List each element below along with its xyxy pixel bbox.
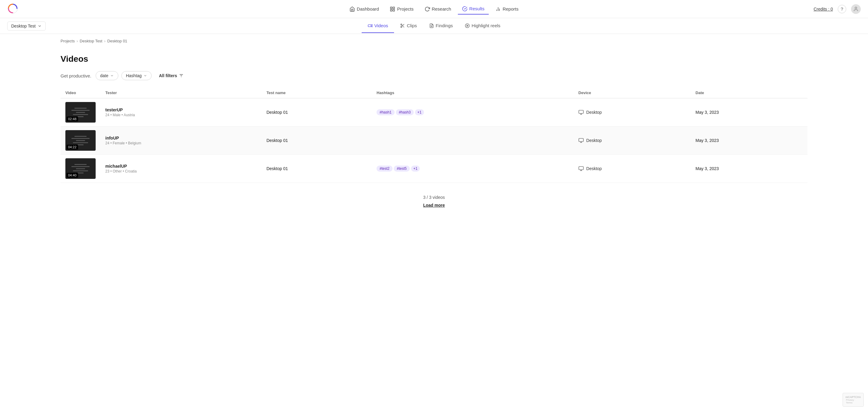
videos-count: 3 / 3 videos	[423, 195, 445, 200]
load-more-button[interactable]: Load more	[423, 203, 445, 208]
video-thumbnail-cell: 04:22	[61, 127, 100, 155]
tab-videos[interactable]: Videos	[362, 19, 394, 33]
hashtag-extra-badge: +1	[415, 109, 424, 115]
refresh-icon	[424, 6, 430, 12]
test-name-cell: Desktop 01	[261, 155, 372, 183]
monitor-icon	[578, 166, 584, 171]
svg-marker-10	[371, 25, 372, 27]
svg-rect-26	[579, 138, 584, 141]
breadcrumb-sep-2: ›	[104, 39, 105, 43]
hashtags-cell	[372, 127, 574, 155]
svg-point-11	[401, 24, 402, 25]
page-title: Videos	[61, 54, 807, 64]
nav-item-research[interactable]: Research	[420, 4, 455, 14]
svg-point-0	[8, 4, 18, 13]
hashtag-chevron-icon	[144, 74, 147, 77]
tester-meta: 23 • Other • Croatia	[105, 169, 257, 173]
hashtag-badge: #test5	[394, 165, 410, 171]
col-tester: Tester	[100, 88, 261, 98]
nav-item-projects[interactable]: Projects	[385, 4, 417, 14]
document-icon	[429, 23, 434, 28]
table-row[interactable]: 02:48testerUP24 • Male • AustriaDesktop …	[61, 98, 807, 127]
date-chevron-icon	[110, 74, 114, 77]
svg-marker-19	[467, 25, 468, 26]
table-row[interactable]: 04:22infoUP24 • Female • BelgiumDesktop …	[61, 127, 807, 155]
videos-table: Video Tester Test name Hashtags Device D…	[61, 88, 807, 183]
chevron-down-icon	[37, 24, 42, 28]
table-row[interactable]: 04:40michaelUP23 • Other • CroatiaDeskto…	[61, 155, 807, 183]
col-date: Date	[691, 88, 807, 98]
nav-item-dashboard[interactable]: Dashboard	[345, 4, 383, 14]
svg-point-12	[401, 26, 402, 28]
thumbnail-wrap: 04:22	[65, 130, 96, 151]
svg-rect-9	[368, 25, 371, 27]
test-name-cell: Desktop 01	[261, 127, 372, 155]
breadcrumb-sep-1: ›	[76, 39, 78, 43]
tab-highlight-reels[interactable]: Highlight reels	[459, 19, 506, 33]
tester-name: infoUP	[105, 135, 257, 140]
device-cell: Desktop	[574, 127, 691, 155]
home-icon	[349, 6, 355, 12]
breadcrumb-desktop-test[interactable]: Desktop Test	[80, 39, 102, 43]
date-filter-button[interactable]: date	[96, 71, 118, 80]
secondary-navigation: Desktop Test Videos Clips Findings Highl…	[0, 18, 868, 34]
svg-rect-23	[579, 110, 584, 114]
credits-button[interactable]: Credits : 0	[813, 7, 833, 11]
device-cell: Desktop	[574, 155, 691, 183]
bar-chart-icon	[495, 6, 501, 12]
breadcrumb: Projects › Desktop Test › Desktop 01	[0, 34, 868, 48]
col-video: Video	[61, 88, 100, 98]
all-filters-button[interactable]: All filters	[155, 71, 188, 80]
svg-rect-2	[393, 7, 395, 8]
user-icon	[853, 6, 859, 12]
date-cell: May 3, 2023	[691, 127, 807, 155]
app-logo[interactable]	[7, 3, 18, 15]
results-icon	[462, 6, 468, 11]
nav-item-reports[interactable]: Reports	[491, 4, 523, 14]
scissors-icon	[400, 23, 405, 28]
breadcrumb-desktop-01: Desktop 01	[107, 39, 127, 43]
nav-item-results[interactable]: Results	[458, 4, 489, 14]
tester-cell: testerUP24 • Male • Austria	[100, 98, 261, 127]
hashtag-badge: #hash3	[396, 109, 414, 115]
test-name-cell: Desktop 01	[261, 98, 372, 127]
help-button[interactable]: ?	[838, 5, 846, 13]
video-icon	[368, 23, 373, 28]
breadcrumb-projects[interactable]: Projects	[61, 39, 75, 43]
svg-rect-29	[579, 166, 584, 170]
monitor-icon	[578, 138, 584, 143]
play-circle-icon	[465, 23, 470, 28]
hashtag-filter-label: Hashtag	[126, 73, 142, 78]
hashtags-cell: #test2#test5+1	[372, 155, 574, 183]
tab-clips-label: Clips	[407, 23, 417, 28]
thumbnail-duration: 04:22	[67, 145, 78, 150]
filters-row: Get productive. date Hashtag All filters	[61, 71, 807, 80]
date-cell: May 3, 2023	[691, 98, 807, 127]
nav-label-dashboard: Dashboard	[357, 6, 379, 11]
project-selector-label: Desktop Test	[11, 24, 36, 28]
thumbnail-duration: 02:48	[67, 117, 78, 121]
video-thumbnail-cell: 04:40	[61, 155, 100, 183]
nav-right: Credits : 0 ?	[813, 4, 861, 14]
hashtag-filter-button[interactable]: Hashtag	[121, 71, 152, 80]
user-avatar[interactable]	[851, 4, 861, 14]
top-navigation: Dashboard Projects Research Results Repo…	[0, 0, 868, 18]
video-thumbnail-cell: 02:48	[61, 98, 100, 127]
svg-line-14	[403, 26, 404, 27]
tester-cell: infoUP24 • Female • Belgium	[100, 127, 261, 155]
svg-rect-3	[391, 9, 392, 11]
svg-point-18	[465, 24, 469, 28]
tester-name: testerUP	[105, 107, 257, 112]
grid-icon	[390, 6, 395, 12]
hashtag-extra-badge: +1	[411, 165, 420, 171]
nav-label-reports: Reports	[503, 6, 519, 11]
device-label: Desktop	[586, 110, 602, 115]
tab-clips[interactable]: Clips	[394, 19, 423, 33]
nav-label-results: Results	[469, 6, 485, 11]
tab-findings[interactable]: Findings	[423, 19, 459, 33]
pagination-section: 3 / 3 videos Load more	[61, 195, 807, 208]
col-test-name: Test name	[261, 88, 372, 98]
thumbnail-duration: 04:40	[67, 173, 78, 178]
project-selector[interactable]: Desktop Test	[7, 22, 46, 31]
tester-meta: 24 • Female • Belgium	[105, 141, 257, 145]
